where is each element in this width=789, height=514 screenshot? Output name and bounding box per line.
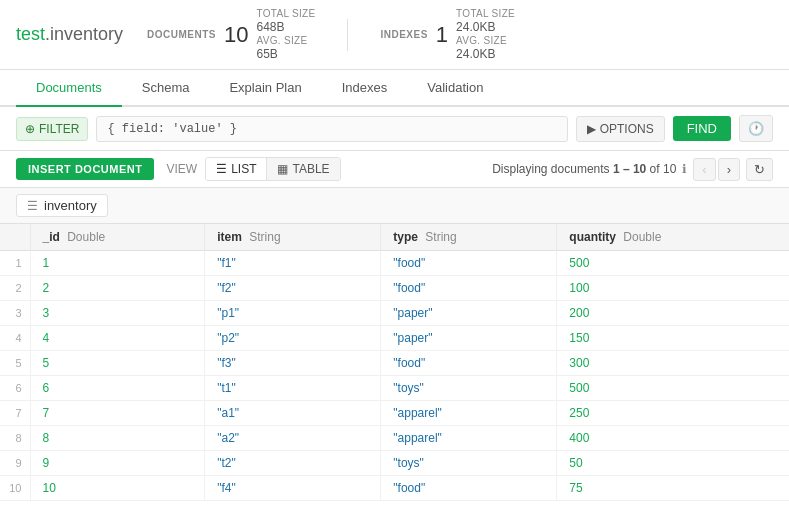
idx-total-size-label: TOTAL SIZE [456,8,515,19]
row-number: 4 [0,326,30,351]
tab-explain-plan[interactable]: Explain Plan [209,70,321,107]
row-num-header [0,224,30,251]
insert-document-button[interactable]: INSERT DOCUMENT [16,158,154,180]
row-number: 3 [0,301,30,326]
options-arrow-icon: ▶ [587,122,596,136]
history-icon: 🕐 [748,121,764,136]
list-label: LIST [231,162,256,176]
find-button[interactable]: FIND [673,116,731,141]
cell-id: 4 [30,326,205,351]
indexes-label: INDEXES [380,29,427,40]
documents-table: _id Double item String type String quant… [0,224,789,501]
filter-input[interactable] [96,116,567,142]
cell-item: "f2" [205,276,381,301]
logo-db: .inventory [45,24,123,44]
collection-bar: ☰ inventory [0,188,789,224]
documents-stats: DOCUMENTS 10 TOTAL SIZE 648B AVG. SIZE 6… [147,8,315,61]
cell-item: "a1" [205,401,381,426]
cell-item: "a2" [205,426,381,451]
row-number: 6 [0,376,30,401]
tab-schema[interactable]: Schema [122,70,210,107]
header: test.inventory DOCUMENTS 10 TOTAL SIZE 6… [0,0,789,70]
cell-type: "food" [381,251,557,276]
col-header-item: item String [205,224,381,251]
indexes-count: 1 [436,22,448,48]
options-button[interactable]: ▶ OPTIONS [576,116,665,142]
refresh-button[interactable]: ↻ [746,158,773,181]
cell-item: "t2" [205,451,381,476]
cell-id: 1 [30,251,205,276]
cell-type: "toys" [381,451,557,476]
prev-page-button[interactable]: ‹ [693,158,715,181]
tabs-bar: Documents Schema Explain Plan Indexes Va… [0,70,789,107]
row-number: 2 [0,276,30,301]
view-label: VIEW [166,162,197,176]
left-tools: INSERT DOCUMENT VIEW ☰ LIST ▦ TABLE [16,157,341,181]
tab-validation[interactable]: Validation [407,70,503,107]
table-header-row: _id Double item String type String quant… [0,224,789,251]
info-icon[interactable]: ℹ [682,162,687,176]
cell-type: "toys" [381,376,557,401]
cell-item: "p1" [205,301,381,326]
table-icon: ▦ [277,162,288,176]
table-row: 1 1 "f1" "food" 500 [0,251,789,276]
indexes-size-stats: TOTAL SIZE 24.0KB AVG. SIZE 24.0KB [456,8,515,61]
logo: test.inventory [16,24,123,45]
tab-documents[interactable]: Documents [16,70,122,107]
table-row: 2 2 "f2" "food" 100 [0,276,789,301]
documents-table-container: _id Double item String type String quant… [0,224,789,501]
cell-type: "paper" [381,301,557,326]
cell-id: 8 [30,426,205,451]
tab-indexes[interactable]: Indexes [322,70,408,107]
table-row: 6 6 "t1" "toys" 500 [0,376,789,401]
options-label: OPTIONS [600,122,654,136]
row-number: 7 [0,401,30,426]
row-number: 5 [0,351,30,376]
page-nav: ‹ › [693,158,740,181]
next-page-button[interactable]: › [718,158,740,181]
docs-count: 10 [224,22,248,48]
filter-button[interactable]: ⊕ FILTER [16,117,88,141]
row-number: 8 [0,426,30,451]
col-header-quantity: quantity Double [557,224,789,251]
docs-label: DOCUMENTS [147,29,216,40]
cell-item: "t1" [205,376,381,401]
table-row: 8 8 "a2" "apparel" 400 [0,426,789,451]
idx-avg-size-label: AVG. SIZE [456,35,515,46]
cell-quantity: 400 [557,426,789,451]
cell-item: "p2" [205,326,381,351]
cell-id: 7 [30,401,205,426]
cell-quantity: 75 [557,476,789,501]
right-tools: Displaying documents 1 – 10 of 10 ℹ ‹ › … [492,158,773,181]
header-divider [347,19,348,51]
cell-quantity: 150 [557,326,789,351]
table-view-button[interactable]: ▦ TABLE [267,158,339,180]
row-number: 10 [0,476,30,501]
docs-size-stats: TOTAL SIZE 648B AVG. SIZE 65B [257,8,316,61]
row-number: 9 [0,451,30,476]
history-button[interactable]: 🕐 [739,115,773,142]
cell-type: "apparel" [381,401,557,426]
cell-type: "food" [381,351,557,376]
table-row: 3 3 "p1" "paper" 200 [0,301,789,326]
col-header-type: type String [381,224,557,251]
logo-test: test [16,24,45,44]
idx-avg-size-val: 24.0KB [456,47,515,61]
sub-toolbar: INSERT DOCUMENT VIEW ☰ LIST ▦ TABLE Disp… [0,151,789,188]
cell-id: 5 [30,351,205,376]
col-header-id: _id Double [30,224,205,251]
cell-id: 3 [30,301,205,326]
cell-quantity: 500 [557,376,789,401]
collection-name: inventory [44,198,97,213]
table-row: 5 5 "f3" "food" 300 [0,351,789,376]
cell-id: 9 [30,451,205,476]
list-view-button[interactable]: ☰ LIST [206,158,267,180]
collection-label: ☰ inventory [16,194,108,217]
cell-type: "apparel" [381,426,557,451]
cell-quantity: 250 [557,401,789,426]
avg-size-label: AVG. SIZE [257,35,316,46]
cell-item: "f3" [205,351,381,376]
cell-type: "food" [381,276,557,301]
cell-quantity: 500 [557,251,789,276]
table-label: TABLE [292,162,329,176]
